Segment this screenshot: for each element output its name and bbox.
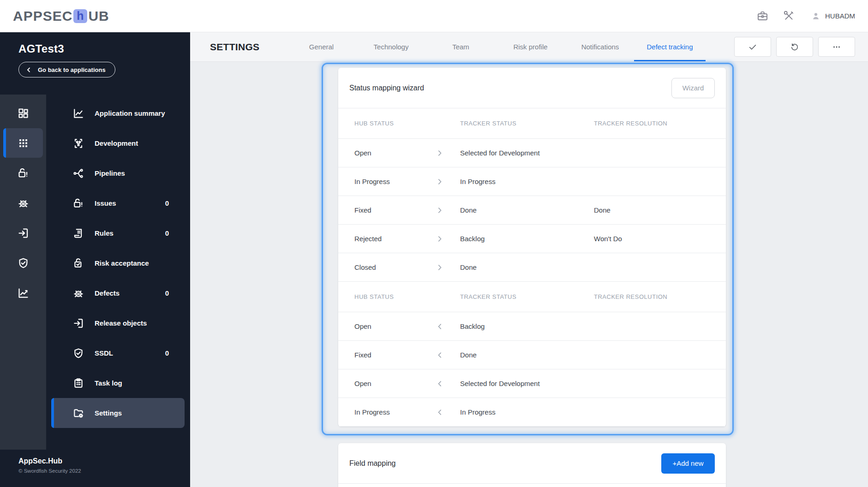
tracker-resolution-value: Won't Do xyxy=(594,235,722,243)
rail-item-chart[interactable] xyxy=(3,278,43,308)
status-mapping-row[interactable]: RejectedBacklogWon't Do xyxy=(338,225,726,253)
restore-icon xyxy=(790,42,800,52)
export-icon xyxy=(17,227,30,239)
brand-name: AppSec.Hub xyxy=(18,457,190,465)
folder-gear-icon xyxy=(72,407,84,419)
status-mapping-row[interactable]: ClosedDone xyxy=(338,253,726,282)
chevron-right-sm-icon xyxy=(436,263,444,272)
status-mapping-row[interactable]: OpenBacklog xyxy=(338,312,726,341)
scroll-icon xyxy=(72,227,84,239)
rail-item-dashboard[interactable] xyxy=(3,98,43,128)
column-header: TRACKER RESOLUTION xyxy=(594,120,722,127)
sidebar-item-label: Task log xyxy=(95,379,122,387)
sidebar-item-release-objects[interactable]: Release objects xyxy=(46,308,190,338)
direction-chevron-left xyxy=(436,322,460,331)
tab-general[interactable]: General xyxy=(287,32,356,61)
top-bar: APPSEChUB HUBADM xyxy=(0,0,868,32)
chevron-left-sm-icon xyxy=(436,408,444,416)
admin-tools-button[interactable] xyxy=(783,10,795,22)
sidebar-item-count: 0 xyxy=(165,229,169,237)
sidebar: AGTest3 Go back to applications Applicat… xyxy=(0,32,190,487)
sidebar-item-label: Issues xyxy=(95,199,116,207)
tab-notifications[interactable]: Notifications xyxy=(565,32,635,61)
status-mapping-row[interactable]: In ProgressIn Progress xyxy=(338,167,726,196)
tracker-status-value: In Progress xyxy=(460,178,594,185)
sidebar-item-risk-acceptance[interactable]: Risk acceptance xyxy=(46,248,190,278)
sidebar-item-rules[interactable]: Rules0 xyxy=(46,218,190,248)
logo-h-badge: h xyxy=(73,9,87,23)
rail-item-lock-alert[interactable] xyxy=(3,158,43,188)
sidebar-item-label: Development xyxy=(95,139,138,147)
chevron-right-sm-icon xyxy=(436,149,444,157)
status-mapping-row[interactable]: OpenSelected for Development xyxy=(338,369,726,398)
direction-chevron-left xyxy=(436,408,460,416)
apps-grid-icon xyxy=(17,137,30,149)
direction-chevron-right xyxy=(436,263,460,272)
tab-technology[interactable]: Technology xyxy=(356,32,426,61)
confirm-button[interactable] xyxy=(734,37,771,57)
sidebar-item-issues[interactable]: Issues0 xyxy=(46,188,190,218)
sidebar-item-application-summary[interactable]: Application summary xyxy=(46,98,190,128)
column-header: HUB STATUS xyxy=(354,293,436,300)
application-name: AGTest3 xyxy=(18,42,190,55)
rail-item-apps-grid[interactable] xyxy=(3,128,43,158)
mapping-column-header-row: HUB STATUSTRACKER STATUSTRACKER RESOLUTI… xyxy=(338,108,726,139)
tab-defect-tracking[interactable]: Defect tracking xyxy=(635,32,705,61)
wizard-button[interactable]: Wizard xyxy=(671,78,715,98)
hub-status-value: Open xyxy=(354,322,436,330)
sidebar-item-count: 0 xyxy=(165,349,169,357)
sidebar-item-label: Rules xyxy=(95,229,114,237)
briefcase-button[interactable] xyxy=(756,10,769,22)
shield-check-icon xyxy=(72,347,84,359)
sidebar-item-task-log[interactable]: Task log xyxy=(46,368,190,398)
rail-item-export[interactable] xyxy=(3,218,43,248)
chart-icon xyxy=(17,287,30,299)
reset-button[interactable] xyxy=(776,37,813,57)
tab-risk-profile[interactable]: Risk profile xyxy=(496,32,565,61)
status-mapping-row[interactable]: OpenSelected for Development xyxy=(338,139,726,167)
appsechub-logo: APPSEChUB xyxy=(13,8,109,24)
settings-tabs: GeneralTechnologyTeamRisk profileNotific… xyxy=(287,32,705,61)
briefcase-icon xyxy=(756,10,769,22)
sidebar-item-development[interactable]: Development xyxy=(46,128,190,158)
sidebar-item-defects[interactable]: Defects0 xyxy=(46,278,190,308)
shield-check-icon xyxy=(17,257,30,269)
hub-status-value: Open xyxy=(354,149,436,157)
sidebar-item-label: Application summary xyxy=(95,109,165,117)
hub-status-value: Fixed xyxy=(354,206,436,214)
sidebar-item-pipelines[interactable]: Pipelines xyxy=(46,158,190,188)
go-back-to-applications-button[interactable]: Go back to applications xyxy=(18,62,115,77)
sidebar-item-label: SSDL xyxy=(95,349,113,357)
rail-item-shield-check[interactable] xyxy=(3,248,43,278)
header-action-buttons xyxy=(734,32,868,61)
status-mapping-row[interactable]: FixedDone xyxy=(338,341,726,369)
field-mapping-card: Field mapping +Add new xyxy=(338,443,726,487)
settings-content: Status mapping wizard Wizard HUB STATUST… xyxy=(190,62,868,487)
tracker-status-value: Backlog xyxy=(460,235,594,243)
chevron-right-sm-icon xyxy=(436,206,444,214)
status-mapping-row[interactable]: In ProgressIn Progress xyxy=(338,398,726,427)
export-icon xyxy=(72,317,84,329)
tracker-status-value: Done xyxy=(460,351,594,359)
status-mapping-row[interactable]: FixedDoneDone xyxy=(338,196,726,225)
hub-status-value: In Progress xyxy=(354,408,436,416)
rail-item-bug[interactable] xyxy=(3,188,43,218)
tracker-status-value: Done xyxy=(460,263,594,271)
add-new-field-mapping-button[interactable]: +Add new xyxy=(661,453,715,474)
chevron-left-sm-icon xyxy=(436,351,444,359)
user-menu[interactable]: HUBADM xyxy=(811,11,855,21)
sidebar-menu: Application summaryDevelopmentPipelinesI… xyxy=(46,95,190,450)
column-header: HUB STATUS xyxy=(354,120,436,127)
more-actions-button[interactable] xyxy=(818,37,855,57)
sidebar-item-settings[interactable]: Settings xyxy=(51,398,185,428)
tab-team[interactable]: Team xyxy=(426,32,496,61)
direction-chevron-right xyxy=(436,206,460,214)
check-icon xyxy=(748,42,758,52)
sidebar-item-ssdl[interactable]: SSDL0 xyxy=(46,338,190,368)
sidebar-item-label: Risk acceptance xyxy=(95,259,149,267)
direction-chevron-left xyxy=(436,380,460,388)
sidebar-item-count: 0 xyxy=(165,289,169,297)
logo-h-letter: h xyxy=(77,9,84,23)
sidebar-item-label: Release objects xyxy=(95,319,147,327)
hub-status-value: Fixed xyxy=(354,351,436,359)
